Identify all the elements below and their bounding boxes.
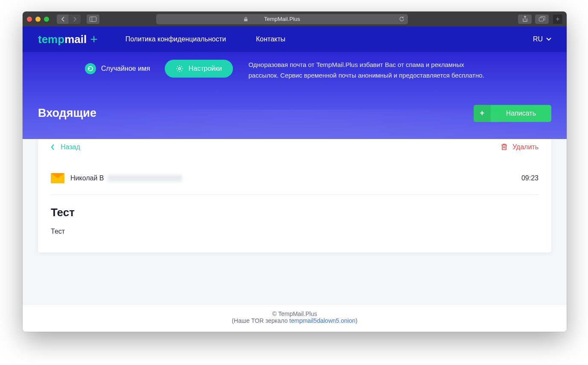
lock-icon	[244, 17, 248, 22]
maximize-window-button[interactable]	[44, 17, 49, 22]
random-name-label: Случайное имя	[101, 65, 150, 72]
footer-mirror: (Наше TOR зеркало tempmail5dalown5.onion…	[23, 317, 567, 324]
settings-button[interactable]: Настройки	[165, 60, 233, 78]
delete-link[interactable]: Удалить	[501, 143, 539, 151]
refresh-icon	[85, 63, 96, 74]
logo-temp: temp	[38, 33, 64, 46]
close-window-button[interactable]	[27, 17, 32, 22]
svg-point-4	[178, 68, 180, 70]
site-content: tempmail+ Политика конфиденциальности Ко…	[23, 26, 567, 332]
hero-actions: Случайное имя Настройки	[85, 60, 233, 78]
message-time: 09:23	[521, 174, 539, 182]
compose-button[interactable]: + Написать	[474, 105, 551, 122]
forward-button[interactable]	[69, 14, 81, 24]
inbox-header: Входящие + Написать	[38, 105, 551, 122]
delete-label: Удалить	[512, 143, 539, 151]
reload-icon[interactable]	[399, 16, 405, 22]
back-link[interactable]: Назад	[51, 143, 80, 151]
logo[interactable]: tempmail+	[38, 32, 98, 46]
chevron-left-icon	[51, 144, 55, 150]
sender-name: Николай В	[70, 174, 182, 182]
share-button[interactable]	[518, 14, 532, 24]
message-card: Назад Удалить Николай В	[38, 134, 551, 252]
minimize-window-button[interactable]	[35, 17, 41, 22]
mail-icon	[51, 173, 64, 183]
language-selector[interactable]: RU	[533, 35, 551, 43]
gear-icon	[176, 65, 183, 72]
random-name-button[interactable]: Случайное имя	[85, 63, 150, 74]
svg-rect-2	[244, 19, 247, 21]
footer-copyright: © TempMail.Plus	[23, 310, 567, 317]
message-subject: Тест	[51, 206, 539, 219]
back-button[interactable]	[57, 14, 69, 24]
top-nav: tempmail+ Политика конфиденциальности Ко…	[23, 26, 567, 52]
nav-privacy[interactable]: Политика конфиденциальности	[125, 35, 226, 43]
language-label: RU	[533, 35, 543, 43]
chevron-down-icon	[546, 38, 551, 41]
inbox-title: Входящие	[38, 107, 96, 120]
toolbar-right: +	[518, 14, 562, 24]
browser-window: TempMail.Plus + tempmail+	[23, 12, 567, 332]
mirror-link[interactable]: tempmail5dalown5.onion	[289, 317, 355, 324]
card-area: Назад Удалить Николай В	[23, 134, 567, 304]
mirror-prefix: (Наше TOR зеркало	[232, 317, 289, 324]
new-tab-button[interactable]: +	[553, 14, 562, 24]
browser-chrome: TempMail.Plus +	[23, 12, 567, 26]
nav-arrows	[57, 14, 81, 24]
hero: Случайное имя Настройки Одноразовая почт…	[23, 52, 567, 139]
nav-links: Политика конфиденциальности Контакты	[125, 35, 285, 43]
message-meta: Николай В 09:23	[51, 159, 539, 195]
hero-description: Одноразовая почта от TempMail.Plus избав…	[248, 60, 496, 81]
sidebar-toggle-button[interactable]	[87, 14, 99, 24]
nav-contacts[interactable]: Контакты	[256, 35, 285, 43]
mirror-suffix: )	[355, 317, 358, 324]
back-label: Назад	[61, 143, 80, 151]
sender-email-blurred	[108, 175, 182, 182]
tabs-button[interactable]	[535, 14, 549, 24]
svg-rect-0	[90, 17, 96, 21]
settings-label: Настройки	[189, 65, 222, 72]
plus-icon: +	[474, 105, 491, 122]
svg-rect-3	[539, 18, 543, 21]
message-body: Тест	[51, 228, 539, 235]
compose-label: Написать	[491, 110, 551, 117]
window-controls	[27, 17, 49, 22]
footer: © TempMail.Plus (Наше TOR зеркало tempma…	[23, 304, 567, 332]
address-bar[interactable]: TempMail.Plus	[156, 14, 408, 24]
logo-plus: +	[90, 32, 98, 46]
trash-icon	[501, 143, 507, 151]
sender-text: Николай В	[70, 174, 104, 182]
logo-mail: mail	[64, 33, 87, 46]
address-text: TempMail.Plus	[264, 16, 300, 22]
